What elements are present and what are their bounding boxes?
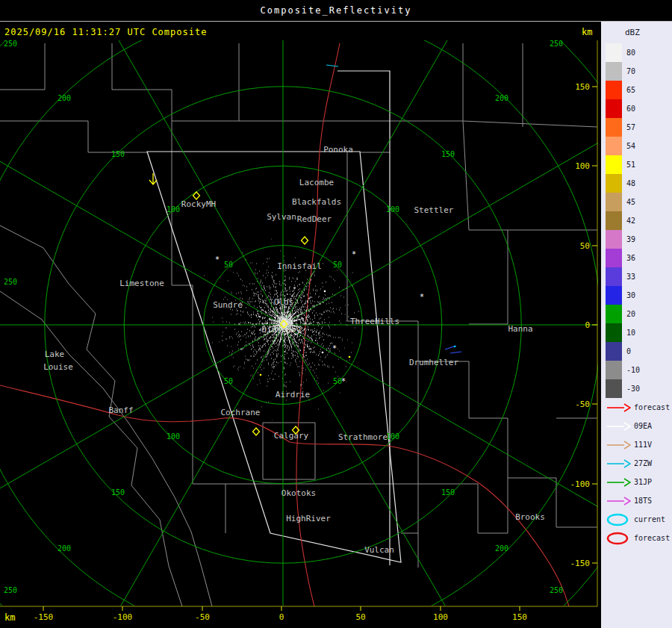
range-label: 200: [57, 94, 71, 102]
x-tick-label: -50: [195, 612, 210, 622]
legend-item: 18TS: [606, 491, 672, 510]
place-label: Hanna: [508, 324, 532, 334]
place-label: Strathmore: [338, 432, 388, 442]
legend-label: 09EA: [634, 422, 652, 430]
colorbar-scale: 807065605754514845423936333020100-10-30: [606, 43, 672, 398]
legend-list: forecast09EA111V27ZW31JP18TScurrentforec…: [606, 398, 672, 547]
county-boundary: [0, 121, 147, 152]
x-tick-label: 100: [433, 612, 448, 622]
radar-map[interactable]: 2502001501005025020015010050250501001502…: [0, 22, 601, 628]
y-tick-label: -50: [575, 400, 590, 409]
place-label: Sundre: [213, 300, 243, 310]
colorbar-entry: 33: [606, 267, 672, 286]
window-title: Composite_Reflectivity: [261, 5, 412, 16]
river-segment: [326, 65, 338, 66]
county-boundary: [0, 291, 212, 606]
y-tick-label: 150: [575, 82, 590, 92]
colorbar-title: dBZ: [625, 28, 672, 37]
storm-marker: *: [215, 255, 220, 264]
range-label: 250: [4, 40, 17, 48]
legend-item: forecast: [606, 529, 672, 547]
colorbar-value: 51: [626, 161, 635, 169]
legend-item: current: [606, 510, 672, 529]
x-tick-label: -100: [113, 612, 133, 622]
place-label: ThreeHills: [350, 317, 399, 326]
colorbar-swatch: [606, 286, 622, 305]
colorbar-entry: 30: [606, 286, 672, 305]
county-boundary: [69, 284, 182, 606]
colorbar-value: 42: [626, 217, 635, 225]
colorbar-value: 10: [626, 329, 635, 337]
legend-item: 27ZW: [606, 454, 672, 473]
place-label: Vulcan: [364, 545, 394, 555]
grid-spoke: [84, 325, 283, 628]
km-unit-bottom: km: [4, 612, 15, 623]
place-label: Cochrane: [221, 408, 261, 417]
legend-ellipse-icon: [606, 513, 631, 526]
colorbar-value: 65: [626, 86, 635, 94]
y-tick-label: -100: [570, 479, 591, 489]
range-label: 200: [495, 94, 508, 102]
colorbar-value: 30: [626, 291, 635, 299]
colorbar-swatch: [606, 99, 622, 118]
colorbar-value: 39: [626, 235, 635, 243]
legend-label: current: [634, 515, 665, 523]
colorbar-entry: 65: [606, 81, 672, 99]
radar-site-diamond: [253, 428, 260, 435]
colorbar-entry: 57: [606, 118, 672, 137]
place-label: HighRiver: [286, 514, 331, 523]
colorbar-entry: 48: [606, 174, 672, 193]
x-tick-label: -150: [34, 612, 54, 622]
legend-ellipse-icon: [606, 532, 631, 545]
legend-label: 111V: [634, 441, 652, 449]
range-label: 100: [386, 205, 399, 214]
colorbar-swatch: [606, 323, 622, 342]
colorbar-value: 54: [626, 142, 635, 150]
colorbar-swatch: [606, 379, 622, 398]
colorbar-entry: 45: [606, 193, 672, 211]
storm-marker: *: [332, 344, 337, 352]
range-label: 250: [4, 586, 17, 594]
place-label: Lake: [45, 349, 65, 359]
echo-speck: [454, 346, 456, 348]
place-label: RockyMH: [181, 199, 216, 209]
x-tick-label: 0: [279, 612, 284, 622]
county-boundary: [463, 121, 597, 127]
legend-label: forecast: [634, 534, 670, 542]
range-label: 50: [224, 377, 233, 385]
y-tick-label: 0: [585, 320, 590, 330]
place-label: Blackfalds: [292, 197, 341, 207]
colorbar-swatch: [606, 230, 622, 249]
range-label: 50: [333, 261, 342, 269]
x-tick-label: 50: [355, 612, 365, 622]
range-label: 150: [441, 488, 455, 497]
colorbar-swatch: [606, 118, 622, 137]
storm-marker: *: [352, 250, 356, 258]
colorbar-value: 36: [626, 254, 635, 262]
timestamp: 2025/09/16 11:31:27 UTC Composite: [4, 27, 207, 37]
legend-item: forecast: [606, 398, 672, 417]
legend-label: 31JP: [634, 478, 652, 486]
colorbar-entry: 70: [606, 62, 672, 81]
grid-spoke: [283, 325, 482, 628]
radar-map-layers: 2502001501005025020015010050250501001502…: [0, 22, 601, 628]
colorbar-swatch: [606, 305, 622, 323]
range-label: 50: [224, 261, 233, 269]
legend-item: 09EA: [606, 417, 672, 435]
colorbar-swatch: [606, 62, 622, 81]
colorbar-value: 57: [626, 123, 635, 131]
echo-speck: [260, 374, 262, 376]
place-label: Calgary: [274, 431, 309, 441]
place-label: Louise: [43, 362, 73, 372]
legend-arrow-icon: [606, 476, 631, 489]
colorbar-value: 20: [626, 310, 635, 318]
colorbar-entry: 10: [606, 323, 672, 342]
county-boundary: [0, 226, 69, 284]
range-label: 250: [550, 586, 563, 594]
colorbar-value: 45: [626, 198, 635, 206]
county-boundary: [0, 43, 45, 90]
legend-arrow-icon: [606, 494, 631, 508]
place-label: Airdrie: [276, 390, 310, 400]
y-tick-label: -150: [570, 559, 591, 568]
colorbar-value: 48: [626, 179, 635, 187]
